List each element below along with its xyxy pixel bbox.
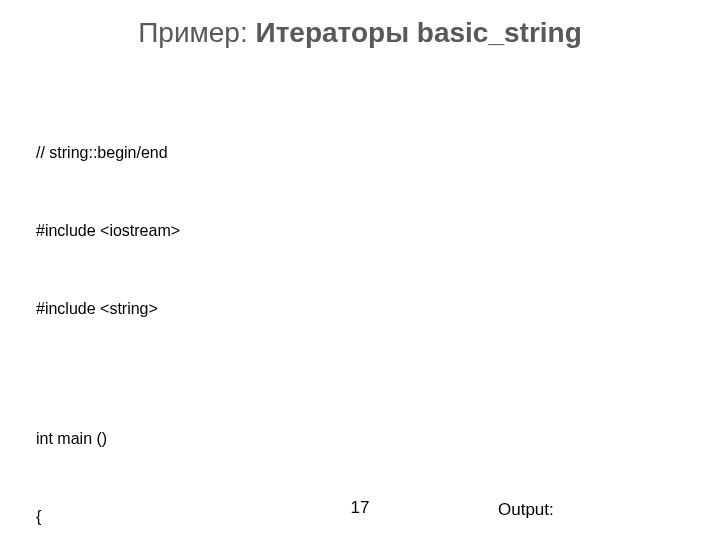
page-number: 17 <box>0 498 720 518</box>
code-line: // string::begin/end <box>36 140 429 166</box>
title-bold: Итераторы basic_string <box>256 17 582 48</box>
title-prefix: Пример: <box>138 17 255 48</box>
code-line: #include <iostream> <box>36 218 429 244</box>
code-line: int main () <box>36 426 429 452</box>
slide: Пример: Итераторы basic_string // string… <box>0 0 720 540</box>
code-line: #include <string> <box>36 296 429 322</box>
code-block: // string::begin/end #include <iostream>… <box>36 88 429 540</box>
slide-title: Пример: Итераторы basic_string <box>0 18 720 49</box>
